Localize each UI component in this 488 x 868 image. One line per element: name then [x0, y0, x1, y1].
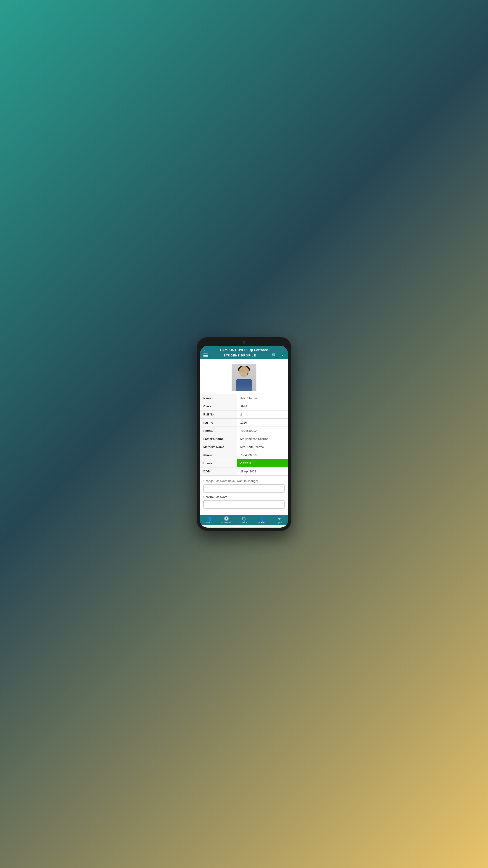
profile-icon: 👤	[259, 517, 264, 521]
phone-label: Phone.	[200, 427, 237, 435]
back-button[interactable]: ←	[203, 347, 208, 352]
student-head	[239, 366, 249, 377]
table-row: DOB 28 Apr 2002	[200, 467, 288, 475]
roll-label: Roll No.	[200, 410, 237, 418]
app-title: CAMPUS COVER Erp Software	[220, 348, 268, 352]
more-options-icon[interactable]: ⋮	[280, 353, 285, 358]
phone-value: 7004680810	[237, 427, 288, 435]
users-icon: 👥	[206, 517, 212, 521]
name-value: Jatin Sharma	[237, 394, 288, 402]
student-glasses	[240, 373, 248, 375]
table-row: Roll No. 2	[200, 410, 288, 418]
notice-icon: ▢	[242, 517, 246, 521]
app-bar: ← CAMPUS COVER Erp Software STUDENT PROF…	[200, 346, 288, 360]
father-label: Father's Name	[200, 435, 237, 443]
camera	[242, 341, 246, 344]
nav-profile[interactable]: 👤 Profile	[256, 517, 267, 524]
student-photo	[232, 364, 256, 391]
mother-value: Mrs. Aarti Sharma	[237, 443, 288, 451]
father-value: Mr. Ashutosh Sharma	[237, 435, 288, 443]
house-value: GREEN	[237, 459, 288, 467]
dob-value: 28 Apr 2002	[237, 467, 288, 475]
nav-notice-label: Notice	[241, 521, 247, 524]
house-label: House	[200, 459, 237, 467]
nav-users-label: Users	[206, 521, 212, 524]
nav-logout[interactable]: ➔ Logout	[273, 517, 285, 524]
mother-label: Mother's Name	[200, 443, 237, 451]
menu-button[interactable]	[203, 353, 208, 357]
nav-profile-label: Profile	[258, 521, 265, 524]
roll-value: 2	[237, 410, 288, 418]
homework-icon: 🕐	[224, 517, 229, 521]
class-value: ANM	[237, 402, 288, 410]
reg-label: reg_no	[200, 418, 237, 427]
table-row: House GREEN	[200, 459, 288, 467]
table-row: Father's Name Mr. Ashutosh Sharma	[200, 435, 288, 443]
class-label: Class	[200, 402, 237, 410]
avatar	[232, 364, 256, 391]
table-row: Phone 7004680810	[200, 451, 288, 459]
student-body	[236, 379, 252, 391]
change-password-input[interactable]	[203, 485, 285, 493]
name-label: Name	[200, 394, 237, 402]
nav-users[interactable]: 👥 Users	[203, 517, 215, 524]
avatar-section	[200, 360, 288, 394]
confirm-password-label: Confirm Password	[203, 495, 285, 499]
table-row: Name Jatin Sharma	[200, 394, 288, 402]
confirm-password-input[interactable]	[203, 500, 285, 508]
table-row: reg_no 1226	[200, 418, 288, 427]
main-content: Name Jatin Sharma Class ANM Roll No. 2 r…	[200, 360, 288, 515]
profile-table: Name Jatin Sharma Class ANM Roll No. 2 r…	[200, 394, 288, 475]
screen-title: STUDENT PROFILE	[224, 354, 256, 357]
nav-homework-label: Homework	[221, 521, 232, 524]
nav-notice[interactable]: ▢ Notice	[238, 517, 250, 524]
nav-homework[interactable]: 🕐 Homework	[221, 517, 232, 524]
table-row: Phone. 7004680810	[200, 427, 288, 435]
phone2-label: Phone	[200, 451, 237, 459]
table-row: Class ANM	[200, 402, 288, 410]
table-row: Mother's Name Mrs. Aarti Sharma	[200, 443, 288, 451]
home-indicator	[233, 526, 255, 527]
bottom-nav: 👥 Users 🕐 Homework ▢ Notice 👤 Profile ➔ …	[200, 515, 288, 525]
search-icon[interactable]: 🔍	[271, 353, 277, 358]
password-section: Change Password (If you want to change) …	[200, 475, 288, 514]
dob-label: DOB	[200, 467, 237, 475]
change-password-label: Change Password (If you want to change)	[203, 479, 285, 483]
nav-logout-label: Logout	[276, 521, 283, 524]
logout-icon: ➔	[278, 517, 281, 521]
phone-screen: ← CAMPUS COVER Erp Software STUDENT PROF…	[200, 346, 288, 528]
phone2-value: 7004680810	[237, 451, 288, 459]
reg-value: 1226	[237, 418, 288, 427]
